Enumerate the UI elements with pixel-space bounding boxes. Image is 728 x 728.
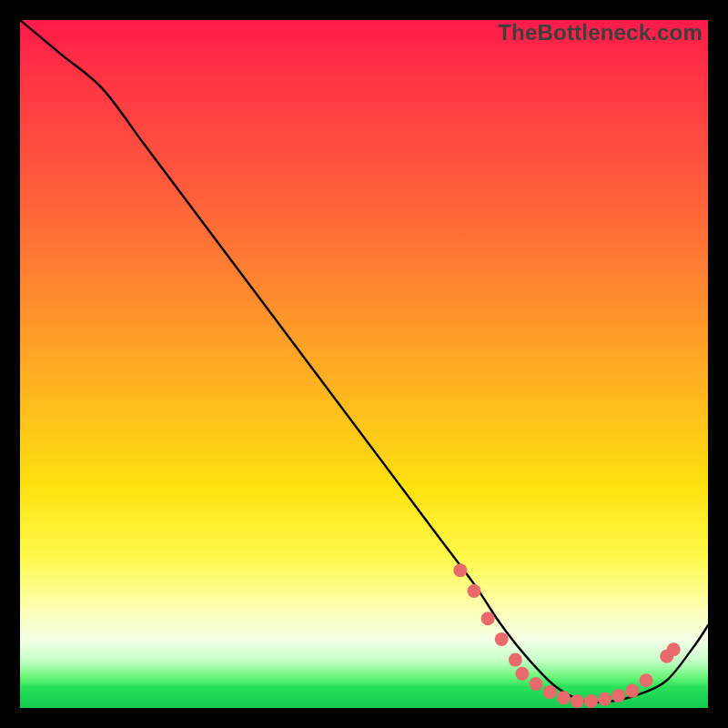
data-marker: [584, 694, 598, 708]
data-marker: [495, 632, 509, 646]
data-marker: [667, 642, 681, 656]
data-marker: [515, 667, 529, 681]
data-marker: [467, 584, 480, 598]
plot-area: TheBottleneck.com: [20, 20, 708, 708]
data-marker: [639, 673, 652, 687]
data-marker: [481, 612, 495, 625]
data-marker: [598, 693, 612, 706]
data-marker: [557, 691, 571, 704]
curve-layer: [20, 20, 708, 703]
data-marker: [453, 563, 467, 577]
watermark-text: TheBottleneck.com: [498, 20, 703, 46]
data-marker: [530, 677, 543, 691]
markers-layer: [453, 563, 680, 708]
bottleneck-curve-path: [20, 20, 708, 703]
bottleneck-chart-svg: [20, 20, 708, 708]
data-marker: [509, 653, 522, 667]
data-marker: [612, 689, 625, 703]
chart-frame: TheBottleneck.com: [0, 0, 728, 728]
data-marker: [543, 685, 557, 699]
data-marker: [625, 684, 639, 698]
data-marker: [571, 694, 584, 708]
